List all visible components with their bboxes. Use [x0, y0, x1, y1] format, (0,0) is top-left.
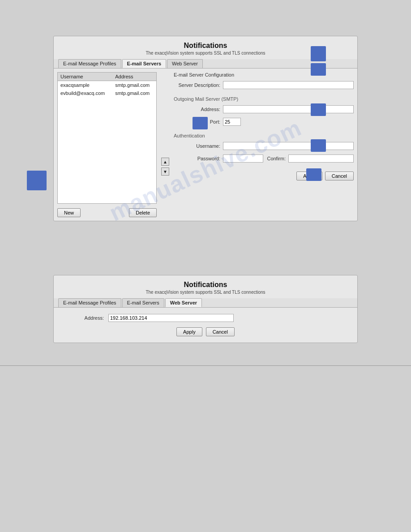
address-row: Address:	[174, 105, 354, 113]
annotation-arrow-3	[311, 103, 326, 116]
tab-web-server-2[interactable]: Web Server	[165, 298, 202, 307]
username-label: Username:	[174, 143, 223, 149]
cell-address: smtp.gmail.com	[112, 89, 156, 97]
user-list-panel: Username Address exacqsample smtp.gmail.…	[57, 72, 157, 217]
config-panel: E-mail Server Configuration Server Descr…	[174, 72, 354, 217]
col-address: Address	[112, 73, 156, 81]
webserver-body: Address: Apply Cancel	[54, 308, 357, 343]
username-input[interactable]	[223, 142, 354, 150]
annotation-arrow-2	[311, 63, 326, 76]
confirm-input[interactable]	[288, 154, 354, 163]
annotation-arrow-left	[27, 171, 47, 190]
new-button[interactable]: New	[57, 208, 81, 217]
tabs-bar-2: E-mail Message Profiles E-mail Servers W…	[54, 298, 357, 308]
confirm-label: Confirm:	[263, 156, 288, 161]
user-table: Username Address exacqsample smtp.gmail.…	[57, 72, 157, 204]
apply-button-2[interactable]: Apply	[176, 327, 202, 336]
webserver-address-label: Address:	[57, 315, 107, 321]
outgoing-mail-label: Outgoing Mail Server (SMTP)	[174, 96, 354, 102]
annotation-arrow-5	[306, 168, 321, 181]
cell-username: exacqsample	[58, 81, 112, 90]
tab-email-profiles-1[interactable]: E-mail Message Profiles	[58, 59, 121, 68]
server-description-row: Server Description:	[174, 81, 354, 89]
webserver-address-input[interactable]	[108, 314, 234, 322]
webserver-buttons: Apply Cancel	[57, 327, 354, 336]
annotation-arrow-4	[311, 139, 326, 152]
tab-email-profiles-2[interactable]: E-mail Message Profiles	[58, 298, 121, 307]
webserver-address-row: Address:	[57, 314, 354, 322]
config-section-title: E-mail Server Configuration	[174, 72, 354, 77]
port-input[interactable]	[223, 118, 241, 126]
cell-address: smtp.gmail.com	[112, 81, 156, 90]
dialog-panel-2: Notifications The exacqVision system sup…	[53, 275, 358, 343]
col-username: Username	[58, 73, 112, 81]
annotation-arrow-1	[311, 46, 326, 61]
address-input[interactable]	[223, 105, 354, 113]
password-label: Password:	[174, 156, 223, 161]
download-icon-btn[interactable]: ▼	[161, 167, 169, 176]
delete-button[interactable]: Delete	[129, 208, 157, 217]
address-label: Address:	[174, 107, 223, 112]
server-description-input[interactable]	[223, 81, 354, 89]
icon-btn-group: ▲ ▼	[161, 117, 169, 217]
password-row: Password: Confirm:	[174, 154, 354, 163]
table-buttons: New Delete	[57, 208, 157, 217]
server-description-label: Server Description:	[174, 82, 223, 88]
cancel-button-1[interactable]: Cancel	[325, 172, 354, 180]
password-input[interactable]	[223, 154, 263, 163]
username-row: Username:	[174, 142, 354, 150]
panel2-title: Notifications	[54, 275, 357, 290]
table-row[interactable]: evbuild@exacq.com smtp.gmail.com	[58, 89, 156, 97]
panel2-subtitle: The exacqVision system supports SSL and …	[54, 290, 357, 298]
auth-section-label: Authentication	[174, 133, 354, 138]
dialog-panel-1: Notifications The exacqVision system sup…	[53, 36, 358, 221]
annotation-arrow-middle	[193, 117, 208, 129]
cancel-button-2[interactable]: Cancel	[206, 327, 235, 336]
config-buttons-1: Apply Cancel	[174, 172, 354, 180]
upload-icon-btn[interactable]: ▲	[161, 158, 169, 166]
horizontal-rule	[0, 365, 411, 366]
tab-web-server-1[interactable]: Web Server	[167, 59, 203, 68]
cell-username: evbuild@exacq.com	[58, 89, 112, 97]
table-row[interactable]: exacqsample smtp.gmail.com	[58, 81, 156, 90]
tab-email-servers-2[interactable]: E-mail Servers	[122, 298, 164, 307]
tab-email-servers-1[interactable]: E-mail Servers	[122, 59, 166, 68]
